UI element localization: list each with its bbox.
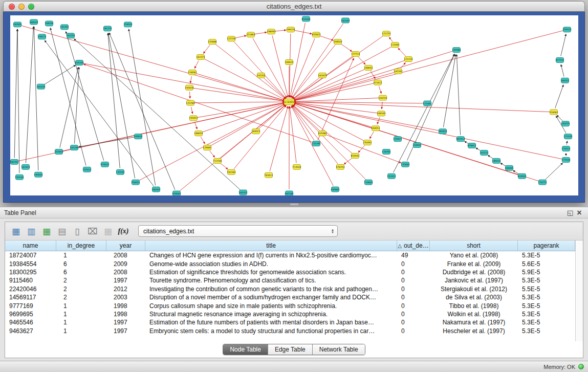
graph-edge[interactable]	[270, 106, 288, 171]
graph-edge[interactable]	[546, 163, 563, 180]
column-header-short[interactable]: short	[430, 240, 518, 251]
graph-edge[interactable]	[292, 105, 365, 179]
graph-edge[interactable]	[109, 33, 175, 190]
column-header-title[interactable]: title	[145, 240, 397, 251]
graph-edge[interactable]	[17, 29, 19, 173]
minimize-button[interactable]	[18, 4, 25, 10]
graph-edge[interactable]	[294, 103, 562, 159]
graph-edge[interactable]	[108, 33, 135, 179]
rows-icon[interactable]: ▤	[55, 225, 69, 238]
graph-edge[interactable]	[275, 30, 286, 31]
graph-edge[interactable]	[379, 86, 382, 94]
table-row[interactable]: 969969511998Structural magnetic resonanc…	[5, 310, 575, 318]
graph-edge[interactable]	[193, 88, 285, 101]
graph-edge[interactable]	[293, 105, 320, 130]
table-row[interactable]: 946362711997Embryonic stem cells: a mode…	[5, 327, 575, 335]
graph-edge[interactable]	[293, 47, 391, 99]
column-header-year[interactable]: year	[106, 240, 145, 251]
zoom-button[interactable]	[28, 4, 34, 10]
graph-edge[interactable]	[14, 29, 17, 158]
graph-edge[interactable]	[294, 103, 539, 181]
column-header-pagerank[interactable]: pagerank	[518, 240, 575, 251]
graph-edge[interactable]	[211, 104, 285, 145]
graph-edge[interactable]	[456, 55, 460, 135]
graph-edge[interactable]	[221, 163, 228, 169]
graph-edge[interactable]	[50, 28, 86, 166]
graph-edge[interactable]	[561, 64, 564, 76]
new-file-icon[interactable]: ▯	[71, 225, 84, 238]
graph-edge[interactable]	[234, 42, 286, 99]
graph-edge[interactable]	[318, 58, 354, 140]
graph-edge[interactable]	[465, 141, 468, 143]
graph-edge[interactable]	[255, 32, 267, 34]
graph-edge[interactable]	[292, 45, 335, 98]
graph-edge[interactable]	[210, 151, 215, 157]
close-button[interactable]	[9, 4, 15, 10]
table-row[interactable]: 1938455462009Genome-wide association stu…	[5, 259, 575, 268]
graph-edge[interactable]	[235, 36, 246, 38]
graph-edge[interactable]	[555, 85, 563, 108]
graph-edge[interactable]	[293, 60, 404, 100]
edit-table-icon[interactable]: ▦	[40, 225, 53, 238]
graph-edge[interactable]	[561, 34, 566, 56]
graph-edge[interactable]	[26, 27, 33, 163]
graph-edge[interactable]	[389, 37, 393, 41]
graph-edge[interactable]	[341, 44, 352, 51]
table-row[interactable]: 946554611997Estimation of the future num…	[5, 318, 575, 326]
graph-edge[interactable]	[557, 115, 562, 121]
graph-edge[interactable]	[79, 137, 134, 147]
graph-edge[interactable]	[194, 102, 285, 103]
graph-edge[interactable]	[203, 45, 210, 53]
graph-edge[interactable]	[292, 105, 338, 164]
column-header-out_de[interactable]: △out_de…	[397, 240, 430, 251]
panel-splitter-grip[interactable]	[290, 203, 299, 206]
graph-edge[interactable]	[294, 51, 453, 100]
graph-edge[interactable]	[326, 135, 401, 163]
graph-edge[interactable]	[291, 38, 315, 98]
table-row[interactable]: 1872400712008Changes of HCN gene express…	[5, 251, 575, 259]
close-panel-icon[interactable]: ×	[575, 208, 584, 217]
graph-edge[interactable]	[371, 71, 375, 78]
graph-edge[interactable]	[344, 158, 352, 164]
graph-edge[interactable]	[320, 36, 334, 40]
window-titlebar[interactable]: citations_edges.txt	[3, 1, 585, 12]
graph-edge[interactable]	[292, 106, 314, 140]
column-header-in_degree[interactable]: in_degree	[56, 240, 106, 251]
table-source-dropdown[interactable]: citations_edges.txt ▲ ▼	[138, 225, 338, 237]
tab-node-table[interactable]: Node Table	[223, 344, 268, 355]
tab-edge-table[interactable]: Edge Table	[268, 344, 312, 355]
table-vertical-scrollbar[interactable]	[575, 240, 583, 341]
graph-edge[interactable]	[567, 141, 567, 144]
graph-edge[interactable]	[191, 107, 193, 114]
table-row[interactable]: 1456911722003Disruption of a novel membe…	[5, 293, 575, 301]
network-canvas[interactable]: 1724052206861615732185812000261257801956…	[10, 15, 578, 195]
graph-edge[interactable]	[195, 122, 198, 129]
graph-edge[interactable]	[74, 67, 79, 143]
graph-edge[interactable]	[139, 104, 285, 180]
graph-edge[interactable]	[129, 29, 156, 186]
graph-edge[interactable]	[401, 62, 405, 68]
table-row[interactable]: 977716911998Corpus callosum shape and si…	[5, 301, 575, 310]
delete-icon[interactable]: ⌧	[86, 225, 99, 238]
graph-edge[interactable]	[45, 65, 76, 84]
graph-edge[interactable]	[190, 76, 192, 83]
graph-edge[interactable]	[201, 137, 205, 143]
table-row[interactable]: 911546021997Tourette syndrome. Phenomeno…	[5, 276, 575, 285]
graph-edge[interactable]	[194, 61, 199, 69]
graph-edge[interactable]	[34, 27, 38, 170]
table-row[interactable]: 1830029562008Estimation of significance …	[5, 268, 575, 276]
import-table-icon[interactable]: ▦	[101, 225, 115, 238]
table-settings-icon[interactable]: ▦	[9, 225, 23, 238]
graph-edge[interactable]	[60, 67, 78, 148]
graph-edge[interactable]	[190, 92, 190, 98]
graph-edge[interactable]	[234, 105, 286, 169]
tab-network-table[interactable]: Network Table	[312, 344, 365, 355]
graph-edge[interactable]	[259, 105, 286, 128]
columns-icon[interactable]: ▥	[25, 225, 38, 238]
function-builder-icon[interactable]: f(x)	[117, 225, 130, 238]
graph-edge[interactable]	[394, 54, 454, 173]
column-header-name[interactable]: name	[5, 240, 56, 251]
graph-edge[interactable]	[488, 155, 493, 159]
graph-edge[interactable]	[21, 26, 285, 100]
float-panel-icon[interactable]: ◱	[565, 208, 575, 217]
